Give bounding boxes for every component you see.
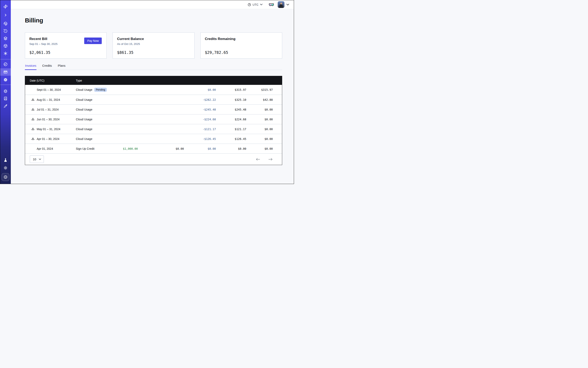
page-size-value: 10 [33,157,36,161]
download-invoice-button[interactable] [31,108,35,111]
subtotal-value: $224.68 [216,118,246,121]
credit-usage-value: $0.00 [184,147,216,150]
timezone-label: UTC [253,3,259,6]
avatar[interactable] [278,1,284,8]
tab-credits[interactable]: Credits [42,64,52,70]
svg-text:$: $ [5,176,6,178]
download-icon [31,137,35,141]
invoice-type: Cloud Usage [76,137,92,140]
sidebar-item-settings[interactable] [0,76,11,83]
subtotal-value: $315.97 [216,88,246,91]
summary-cards: Recent Bill Sep 01 – Sep 30, 2025 $2,061… [25,32,282,59]
invoices-table: Date (UTC) Type Credit Granted Credit Pu… [25,76,282,165]
table-header: Date (UTC) Type Credit Granted Credit Pu… [25,76,282,85]
sun-icon [3,166,8,170]
sidebar-item-docs[interactable] [0,95,11,102]
status-badge: Pending [94,88,107,92]
card-title: Credits Remaining [205,37,278,41]
view-mode-toggle[interactable] [269,3,274,7]
tab-invoices[interactable]: Invoices [25,64,36,70]
credit-granted-value: $1,000.00 [115,147,138,150]
recent-bill-amount: $2,061.35 [29,50,102,55]
column-header-subtotal: Subtotal [216,79,246,82]
invoice-type: Cloud Usage [76,88,92,91]
invoice-date: Apr 01, 2024 [37,147,53,150]
balance-due-value: $315.97 [246,88,273,91]
billing-card-icon [3,70,8,74]
timezone-dropdown[interactable]: UTC [247,3,262,7]
settings-gear-icon [3,77,8,82]
credit-usage-value: -$282.22 [184,98,216,101]
table-row: Sept 01 – 30, 2024 Cloud Usage Pending $… [25,85,282,95]
pay-now-button[interactable]: Pay Now [84,37,102,44]
column-header-date: Date (UTC) [25,79,76,82]
invoice-type: Sign Up Credit [76,147,94,150]
balance-due-value: $0.00 [246,128,273,131]
table-row: Jul 01 – 31, 2024 Cloud Usage -$245.48 $… [25,104,282,114]
balance-due-value: $42.88 [246,98,273,101]
chevron-down-icon [286,4,289,6]
invoice-date: Apr 01 – 30, 2024 [37,137,59,140]
card-subtitle: As of Oct 15, 2025 [117,42,190,46]
chevron-right-icon [3,13,8,17]
table-row: May 01 – 31, 2024 Cloud Usage -$121.17 $… [25,124,282,134]
credit-usage-value: -$121.17 [184,128,216,131]
credit-purchase-value: $0.00 [138,147,184,150]
topbar: UTC [11,0,294,9]
balance-due-value: $0.00 [246,137,273,140]
helm-icon [3,89,8,93]
sidebar-item-usage[interactable] [0,61,11,68]
sidebar-collapse-button[interactable] [0,11,11,19]
credits-remaining-card: Credits Remaining $29,782.65 [200,32,282,59]
balance-due-value: $0.00 [246,147,273,150]
column-header-type: Type [76,79,115,82]
invoice-date: Jul 01 – 31, 2024 [37,108,59,111]
download-invoice-button[interactable] [31,127,35,131]
next-page-button[interactable] [267,157,274,162]
subtotal-value: $0.00 [216,147,246,150]
asterisk-icon [3,51,8,56]
3d-glasses-icon [269,3,274,7]
dollar-seal-icon: $ [3,175,8,179]
table-row: Apr 01, 2024 Sign Up Credit $1,000.00 $0… [25,144,282,153]
table-row: Jun 01 – 30, 2024 Cloud Usage -$224.68 $… [25,114,282,124]
sidebar-item-support[interactable] [0,88,11,95]
sidebar-item-functions[interactable] [0,50,11,57]
tab-plans[interactable]: Plans [58,64,66,70]
invoice-type: Cloud Usage [76,128,92,131]
sidebar-item-labs[interactable] [0,156,11,164]
app-window: $ UTC [0,0,294,184]
page-title: Billing [25,17,282,24]
pagination [255,157,274,162]
table-footer: 10 [25,153,282,165]
modal-logo-icon [3,4,8,9]
subtotal-value: $126.45 [216,137,246,140]
credits-button[interactable]: $ [2,173,9,181]
account-menu-button[interactable] [286,4,289,6]
sidebar-item-billing[interactable] [0,68,11,76]
sidebar-item-containers[interactable] [0,42,11,50]
layers-icon [3,36,8,41]
download-icon [31,117,35,121]
download-invoice-button[interactable] [31,137,35,141]
live-target-icon [3,21,8,26]
invoice-date: May 01 – 31, 2024 [37,128,60,131]
sidebar-item-layers[interactable] [0,35,11,42]
download-invoice-button[interactable] [31,117,35,121]
page-size-select[interactable]: 10 [30,156,44,163]
download-icon [31,127,35,131]
previous-page-button[interactable] [255,157,261,162]
clock-icon [247,3,251,7]
subtotal-value: $325.10 [216,98,246,101]
arrow-right-icon [268,158,273,161]
timer-icon [3,29,8,33]
theme-toggle[interactable] [0,164,11,172]
download-invoice-button[interactable] [31,98,35,101]
sidebar-item-live[interactable] [0,20,11,27]
sidebar-item-timer[interactable] [0,27,11,35]
download-icon [31,98,35,101]
modal-logo[interactable] [0,3,11,10]
main-content: Billing Recent Bill Sep 01 – Sep 30, 202… [11,9,294,184]
table-row: Aug 01 – 31, 2024 Cloud Usage -$282.22 $… [25,95,282,104]
sidebar-item-launch[interactable] [0,102,11,110]
